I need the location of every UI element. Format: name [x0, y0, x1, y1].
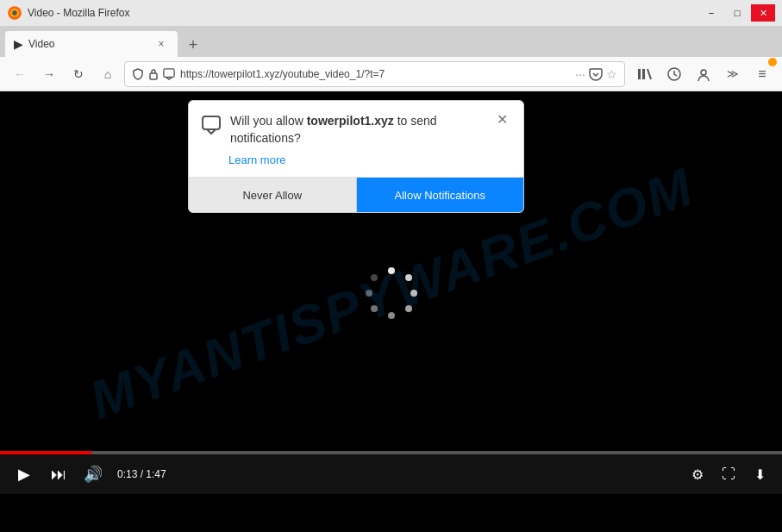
fullscreen-button[interactable]: ⛶	[716, 462, 741, 486]
svg-point-2	[12, 10, 17, 16]
progress-fill	[0, 451, 91, 454]
never-allow-button[interactable]: Never Allow	[189, 178, 357, 212]
tab-favicon-icon: ▶	[14, 37, 23, 51]
sync-button[interactable]	[661, 61, 687, 87]
svg-rect-4	[164, 68, 174, 77]
skip-button[interactable]: ⏭	[45, 460, 72, 488]
close-button[interactable]: ✕	[751, 4, 775, 22]
popup-site-name: towerpilot1.xyz	[307, 114, 394, 128]
new-tab-button[interactable]: +	[181, 33, 205, 57]
address-bar[interactable]: https://towerpilot1.xyz/youtube_video_1/…	[124, 61, 625, 87]
address-bar-right-icons: ··· ☆	[575, 67, 617, 81]
forward-button[interactable]: →	[36, 61, 62, 87]
library-icon	[637, 66, 653, 82]
progress-bar[interactable]	[0, 451, 782, 454]
titlebar-left: Video - Mozilla Firefox	[7, 5, 130, 21]
tab-close-button[interactable]: ×	[153, 36, 169, 52]
tab-title: Video	[28, 38, 148, 50]
library-button[interactable]	[632, 61, 658, 87]
titlebar: Video - Mozilla Firefox − □ ✕	[0, 0, 782, 26]
pocket-icon[interactable]	[589, 67, 603, 81]
extensions-button[interactable]: ≫	[720, 61, 746, 87]
download-button[interactable]: ⬇	[748, 462, 772, 486]
popup-learn-more-link[interactable]: Learn more	[189, 153, 523, 177]
svg-rect-5	[638, 69, 641, 79]
firefox-logo-icon	[7, 5, 22, 21]
window-title: Video - Mozilla Firefox	[28, 7, 130, 19]
tabbar: ▶ Video × +	[0, 26, 782, 57]
popup-buttons: Never Allow Allow Notifications	[189, 177, 523, 212]
settings-button[interactable]: ⚙	[685, 462, 710, 486]
popup-header: Will you allow towerpilot1.xyz to send n…	[189, 101, 523, 153]
lock-icon	[147, 68, 160, 80]
account-icon	[696, 66, 711, 82]
restore-button[interactable]: □	[725, 4, 749, 22]
loading-spinner	[366, 267, 417, 319]
url-text: https://towerpilot1.xyz/youtube_video_1/…	[180, 68, 570, 80]
popup-close-button[interactable]: ✕	[493, 113, 511, 127]
video-area: MYANTISPYWARE.COM Will you al	[0, 91, 782, 494]
shield-icon	[132, 68, 144, 80]
svg-point-8	[701, 70, 706, 75]
svg-rect-6	[642, 69, 645, 79]
navbar: ← → ↻ ⌂ https://towerpilot1.xyz/youtube_…	[0, 57, 782, 91]
notification-permission-icon	[163, 68, 175, 80]
popup-question-text: Will you allow towerpilot1.xyz to send n…	[230, 113, 485, 147]
titlebar-controls: − □ ✕	[699, 4, 775, 22]
video-controls: ▶ ⏭ 🔊 0:13 / 1:47 ⚙ ⛶ ⬇	[0, 451, 782, 494]
popup-chat-icon	[201, 115, 222, 141]
notification-popup: Will you allow towerpilot1.xyz to send n…	[188, 100, 524, 213]
allow-notifications-button[interactable]: Allow Notifications	[357, 178, 524, 212]
minimize-button[interactable]: −	[699, 4, 723, 22]
more-options-icon[interactable]: ···	[575, 67, 585, 81]
controls-row: ▶ ⏭ 🔊 0:13 / 1:47 ⚙ ⛶ ⬇	[0, 454, 782, 494]
extensions-icon: ≫	[727, 67, 739, 80]
home-button[interactable]: ⌂	[95, 61, 121, 87]
spinner-dots	[366, 267, 417, 319]
address-bar-security-icons	[132, 68, 175, 80]
update-warning-badge	[768, 58, 777, 66]
time-display: 0:13 / 1:47	[117, 468, 166, 480]
nav-right-controls: ≫ ≡	[632, 61, 775, 87]
svg-rect-9	[203, 116, 220, 129]
menu-button[interactable]: ≡	[749, 61, 775, 87]
active-tab[interactable]: ▶ Video ×	[5, 31, 178, 57]
popup-question-prefix: Will you allow	[230, 114, 307, 128]
bookmark-icon[interactable]: ☆	[606, 67, 617, 81]
svg-rect-3	[150, 73, 157, 79]
play-button[interactable]: ▶	[10, 460, 38, 488]
menu-icon: ≡	[758, 66, 766, 82]
controls-right: ⚙ ⛶ ⬇	[685, 462, 772, 486]
volume-button[interactable]: 🔊	[79, 460, 107, 488]
reload-button[interactable]: ↻	[66, 61, 91, 87]
sync-icon	[666, 66, 682, 82]
account-button[interactable]	[691, 61, 716, 87]
back-button[interactable]: ←	[7, 61, 33, 87]
